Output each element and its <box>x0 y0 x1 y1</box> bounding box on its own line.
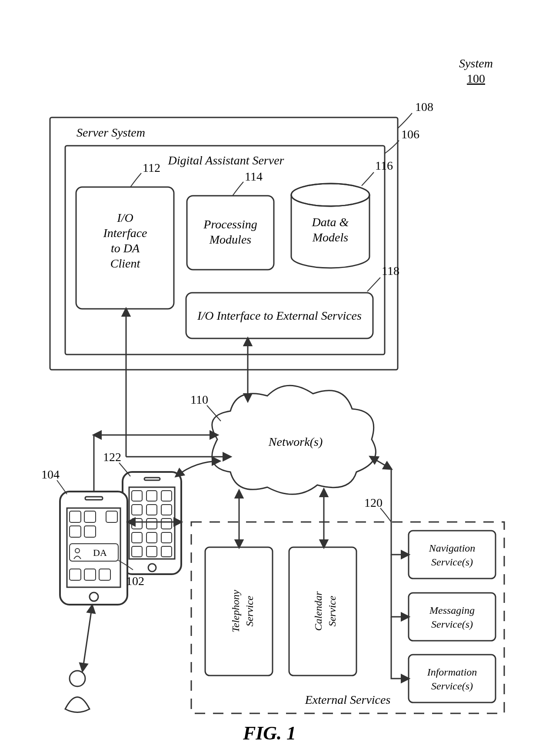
processing-ref: 114 <box>245 170 263 183</box>
io-client-ref: 112 <box>143 161 160 174</box>
io-ext-ref: 118 <box>382 264 399 278</box>
svg-rect-15 <box>161 505 172 515</box>
svg-rect-29 <box>70 511 81 522</box>
data-models-line2: Models <box>312 231 349 244</box>
telephony-l2: Service <box>244 595 255 626</box>
system-label: System <box>459 57 493 70</box>
system-architecture-diagram: System 100 Server System 108 Digital Ass… <box>0 0 539 756</box>
phone1-inner-ref: 102 <box>126 574 144 588</box>
user-icon <box>65 671 90 713</box>
navigation-box <box>409 531 496 579</box>
messaging-box <box>409 593 496 641</box>
system-id: 100 <box>467 72 485 85</box>
information-box <box>409 655 496 702</box>
svg-rect-22 <box>132 546 142 557</box>
io-client-line2: Interface <box>103 226 147 240</box>
svg-rect-23 <box>146 546 157 557</box>
svg-rect-33 <box>84 526 96 537</box>
messaging-l2: Service(s) <box>431 619 473 630</box>
network-label: Network(s) <box>268 435 323 448</box>
data-models-ref: 116 <box>375 159 393 172</box>
svg-rect-24 <box>161 546 172 557</box>
da-server-label: Digital Assistant Server <box>167 154 284 167</box>
external-services-ref: 120 <box>364 496 383 509</box>
calendar-l1: Calendar <box>313 591 324 631</box>
svg-rect-17 <box>146 518 157 529</box>
svg-line-7 <box>370 457 391 469</box>
svg-rect-30 <box>84 511 96 522</box>
phone1-ref: 104 <box>41 468 60 481</box>
data-models-line1: Data & <box>312 215 349 229</box>
svg-point-44 <box>70 671 85 686</box>
io-client-line1: I/O <box>116 211 133 224</box>
svg-rect-10 <box>132 491 142 501</box>
io-client-line3: to DA <box>111 241 140 255</box>
da-server-ref: 106 <box>401 127 419 141</box>
server-system-label: Server System <box>77 126 145 139</box>
processing-line2: Modules <box>209 233 252 246</box>
navigation-l1: Navigation <box>429 542 476 554</box>
server-system-ref: 108 <box>415 100 433 114</box>
information-l1: Information <box>427 666 477 678</box>
calendar-l2: Service <box>326 595 338 626</box>
da-label: DA <box>93 547 107 558</box>
svg-rect-13 <box>132 505 142 515</box>
svg-rect-16 <box>132 518 142 529</box>
svg-rect-31 <box>106 511 117 522</box>
io-ext-label: I/O Interface to External Services <box>197 309 362 322</box>
svg-rect-38 <box>99 569 110 580</box>
svg-rect-32 <box>70 526 81 537</box>
network-ref: 110 <box>190 393 208 406</box>
svg-rect-18 <box>161 518 172 529</box>
svg-rect-14 <box>146 505 157 515</box>
svg-rect-21 <box>161 532 172 543</box>
da-widget: DA <box>70 544 118 561</box>
device-phone-primary: DA <box>60 492 127 605</box>
svg-rect-11 <box>146 491 157 501</box>
navigation-l2: Service(s) <box>431 556 473 568</box>
external-services-label: External Services <box>305 693 391 706</box>
device-phone-secondary <box>123 472 181 574</box>
svg-rect-19 <box>132 532 142 543</box>
io-client-line4: Client <box>110 257 141 270</box>
svg-rect-36 <box>70 569 81 580</box>
svg-rect-12 <box>161 491 172 501</box>
svg-rect-20 <box>146 532 157 543</box>
telephony-l1: Telephony <box>230 590 241 632</box>
svg-line-45 <box>83 605 92 671</box>
svg-rect-37 <box>84 569 96 580</box>
messaging-l1: Messaging <box>429 605 475 616</box>
processing-line1: Processing <box>203 217 257 231</box>
figure-caption: FIG. 1 <box>243 723 296 744</box>
phone2-ref: 122 <box>103 450 121 464</box>
information-l2: Service(s) <box>431 680 473 692</box>
